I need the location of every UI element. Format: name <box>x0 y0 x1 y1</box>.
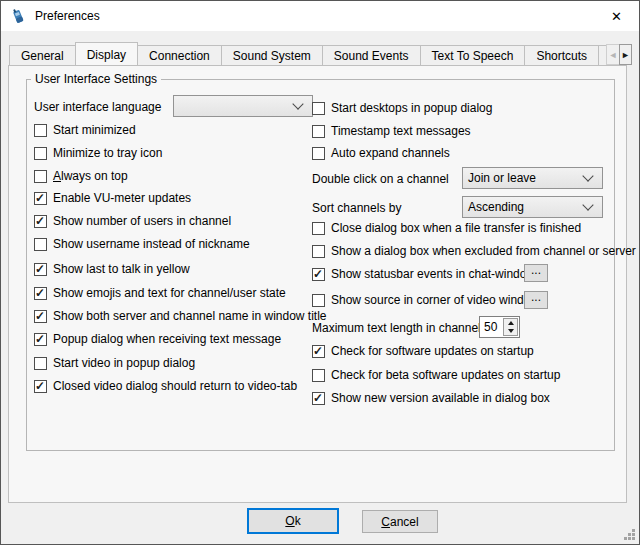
row-show-user-count: Show number of users in channel <box>34 214 231 228</box>
statusbar-events-browse-button[interactable]: ... <box>524 264 548 282</box>
ok-button[interactable]: Ok <box>247 508 339 534</box>
group-title: User Interface Settings <box>31 72 161 86</box>
checkbox-excluded-dialog[interactable] <box>312 245 325 258</box>
checkbox-start-desktops[interactable] <box>312 102 325 115</box>
tab-general[interactable]: General <box>9 45 76 65</box>
close-icon: ✕ <box>611 9 622 24</box>
checkbox-video-popup[interactable] <box>34 357 47 370</box>
checkbox-vu-meter[interactable] <box>34 192 47 205</box>
cancel-button[interactable]: Cancel <box>362 510 438 533</box>
row-video-popup: Start video in popup dialog <box>34 356 195 370</box>
app-icon <box>10 8 26 24</box>
row-vu-meter: Enable VU-meter updates <box>34 191 191 205</box>
row-timestamp: Timestamp text messages <box>312 124 471 138</box>
row-always-on-top: Always on top <box>34 169 128 183</box>
row-auto-expand: Auto expand channels <box>312 146 450 160</box>
max-text-length-label: Maximum text length in channel list <box>312 321 499 335</box>
double-click-label: Double click on a channel <box>312 172 449 186</box>
tab-scroll-buttons: ◄ ► <box>606 44 632 65</box>
row-show-username: Show username instead of nickname <box>34 237 250 251</box>
checkbox-minimize-to-tray[interactable] <box>34 147 47 160</box>
language-label: User interface language <box>34 100 161 114</box>
row-minimize-to-tray: Minimize to tray icon <box>34 146 162 160</box>
checkbox-start-minimized[interactable] <box>34 124 47 137</box>
max-text-length-value: 50 <box>480 317 502 337</box>
tab-scroll-left-button[interactable]: ◄ <box>606 44 619 65</box>
tab-text-to-speech[interactable]: Text To Speech <box>420 45 526 65</box>
row-video-source-corner: Show source in corner of video window <box>312 293 539 307</box>
video-source-browse-button[interactable]: ... <box>524 291 548 309</box>
row-server-channel-title: Show both server and channel name in win… <box>34 309 327 323</box>
language-combobox[interactable] <box>173 95 313 117</box>
preferences-dialog: Preferences ✕ General Display Connection… <box>0 0 640 545</box>
row-start-minimized: Start minimized <box>34 123 136 137</box>
checkbox-server-channel-title[interactable] <box>34 310 47 323</box>
scroll-right-icon: ► <box>621 50 630 60</box>
scroll-left-icon: ◄ <box>609 50 618 60</box>
row-excluded-dialog: Show a dialog box when excluded from cha… <box>312 244 636 258</box>
row-last-to-talk: Show last to talk in yellow <box>34 262 190 276</box>
arrow-down-icon <box>508 329 514 333</box>
checkbox-timestamp[interactable] <box>312 125 325 138</box>
checkbox-show-username[interactable] <box>34 238 47 251</box>
max-text-length-spinbox[interactable]: 50 <box>479 316 520 338</box>
checkbox-new-version-dialog[interactable] <box>312 392 325 405</box>
checkbox-close-on-transfer[interactable] <box>312 222 325 235</box>
chevron-down-icon <box>582 170 593 181</box>
checkbox-auto-expand[interactable] <box>312 147 325 160</box>
checkbox-show-user-count[interactable] <box>34 215 47 228</box>
checkbox-video-return-tab[interactable] <box>34 380 47 393</box>
row-close-on-transfer: Close dialog box when a file transfer is… <box>312 221 581 235</box>
spin-up-button[interactable] <box>504 319 517 327</box>
row-show-emojis: Show emojis and text for channel/user st… <box>34 286 286 300</box>
checkbox-video-source-corner[interactable] <box>312 294 325 307</box>
row-popup-text-message: Popup dialog when receiving text message <box>34 332 281 346</box>
tab-sound-events[interactable]: Sound Events <box>322 45 421 65</box>
sort-channels-combobox-value: Ascending <box>463 200 584 214</box>
resize-grip-icon[interactable] <box>623 528 636 541</box>
row-video-return-tab: Closed video dialog should return to vid… <box>34 379 297 393</box>
checkbox-check-beta-updates[interactable] <box>312 369 325 382</box>
checkbox-last-to-talk[interactable] <box>34 263 47 276</box>
row-start-desktops: Start desktops in popup dialog <box>312 101 492 115</box>
double-click-combobox-value: Join or leave <box>463 171 584 185</box>
row-check-beta-updates: Check for beta software updates on start… <box>312 368 560 382</box>
double-click-combobox[interactable]: Join or leave <box>462 167 603 189</box>
arrow-up-icon <box>508 321 514 325</box>
checkbox-show-emojis[interactable] <box>34 287 47 300</box>
checkbox-check-updates[interactable] <box>312 345 325 358</box>
chevron-down-icon <box>292 98 303 109</box>
tab-display[interactable]: Display <box>75 42 138 65</box>
row-new-version-dialog: Show new version available in dialog box <box>312 391 550 405</box>
sort-channels-label: Sort channels by <box>312 201 401 215</box>
tab-scroll-right-button[interactable]: ► <box>619 44 632 65</box>
checkbox-popup-text-message[interactable] <box>34 333 47 346</box>
tab-bar: General Display Connection Sound System … <box>9 41 609 65</box>
checkbox-always-on-top[interactable] <box>34 170 47 183</box>
chevron-down-icon <box>582 199 593 210</box>
tab-connection[interactable]: Connection <box>137 45 222 65</box>
checkbox-statusbar-events[interactable] <box>312 268 325 281</box>
row-statusbar-events: Show statusbar events in chat-window <box>312 267 535 281</box>
title-bar[interactable]: Preferences <box>1 1 639 31</box>
sort-channels-combobox[interactable]: Ascending <box>462 196 603 218</box>
tab-sound-system[interactable]: Sound System <box>221 45 323 65</box>
window-title: Preferences <box>35 9 100 23</box>
row-check-updates: Check for software updates on startup <box>312 344 534 358</box>
tab-shortcuts[interactable]: Shortcuts <box>524 45 599 65</box>
spin-down-button[interactable] <box>504 327 517 335</box>
close-button[interactable]: ✕ <box>594 1 639 31</box>
